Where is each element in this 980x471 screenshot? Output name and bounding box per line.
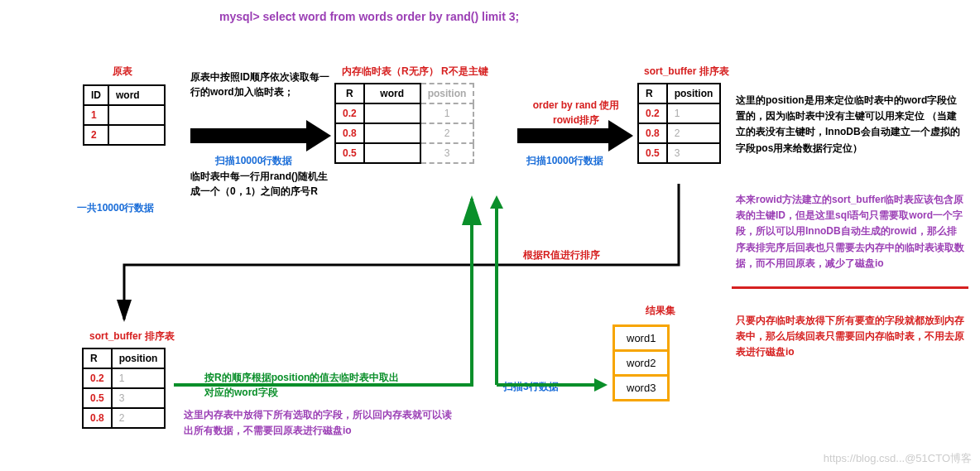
col-word: word: [108, 85, 165, 105]
original-table: IDword 1 2: [83, 84, 166, 146]
col-r: R: [638, 84, 667, 103]
col-position: position: [420, 84, 474, 103]
cell: 1: [112, 368, 166, 388]
cell: 0.2: [83, 368, 112, 388]
svg-rect-0: [190, 128, 306, 143]
cell: 0.5: [638, 143, 667, 163]
cell: 1: [667, 103, 721, 123]
cell: 0.8: [335, 123, 364, 143]
col-word: word: [364, 84, 420, 103]
cell: 3: [112, 388, 166, 408]
svg-marker-1: [306, 120, 331, 151]
cell: [364, 143, 420, 163]
note1: 这里的position是用来定位临时表中的word字段位置的，因为临时表中没有主…: [736, 93, 966, 156]
cell: 2: [420, 123, 474, 143]
step2-desc: order by rand 使用rowid排序: [526, 98, 626, 127]
cell: 2: [667, 123, 721, 143]
result-row: word2: [612, 349, 670, 377]
note2: 本来rowid方法建立的sort_buffer临时表应该包含原表的主键ID，但是…: [736, 192, 966, 272]
step1-rand: 临时表中每一行用rand()随机生成一个（0，1）之间的序号R: [190, 169, 331, 199]
step3-scan: 扫描3行数据: [503, 380, 559, 394]
result-row: word3: [612, 374, 670, 401]
col-position: position: [667, 84, 721, 103]
col-position: position: [112, 348, 166, 368]
cell: 3: [667, 143, 721, 163]
result-title: 结果集: [646, 304, 675, 318]
step2-scan: 扫描10000行数据: [526, 154, 603, 168]
cell: 0.2: [638, 103, 667, 123]
result-row: word1: [612, 324, 670, 352]
step1-desc: 原表中按照ID顺序依次读取每一行的word加入临时表；: [190, 70, 331, 99]
sortbuf2-table: Rposition 0.21 0.53 0.82: [82, 348, 166, 429]
sortbuf1-table: Rposition 0.21 0.82 0.53: [637, 83, 721, 164]
cell: 0.5: [83, 388, 112, 408]
step2-sortnote: 根据R值进行排序: [523, 248, 600, 262]
cell: 2: [112, 408, 166, 428]
cell: [364, 123, 420, 143]
cell: 3: [420, 143, 474, 163]
cell: 0.8: [83, 408, 112, 428]
original-table-caption: 一共10000行数据: [77, 201, 154, 215]
note2-underline: [732, 286, 968, 289]
note3: 只要内存临时表放得下所有要查的字段就都放到内存表中，那么后续回表只需要回内存临时…: [736, 313, 966, 361]
cell: 0.2: [335, 103, 364, 123]
watermark: https://blog.csd...@51CTO博客: [824, 451, 972, 466]
cell: 2: [84, 125, 108, 145]
cell: [108, 105, 165, 125]
step1-scan: 扫描10000行数据: [215, 154, 292, 168]
cell: 1: [84, 105, 108, 125]
result-set: word1 word2 word3: [612, 324, 670, 399]
svg-rect-2: [517, 128, 608, 143]
sql-statement: mysql> select word from words order by r…: [219, 10, 519, 23]
cell: [108, 125, 165, 145]
cell: 0.8: [638, 123, 667, 143]
temp-table-title: 内存临时表（R无序） R不是主键: [342, 65, 488, 79]
step3-desc: 按R的顺序根据position的值去临时表中取出对应的word字段: [204, 370, 403, 400]
step3-note: 这里内存表中放得下所有选取的字段，所以回内存表就可以读出所有数据，不需要回原表进…: [184, 407, 457, 439]
original-table-title: 原表: [113, 65, 132, 79]
col-r: R: [83, 348, 112, 368]
svg-marker-5: [594, 378, 608, 392]
col-r: R: [335, 84, 364, 103]
temp-table: R word position 0.21 0.82 0.53: [334, 83, 474, 164]
cell: 1: [420, 103, 474, 123]
col-id: ID: [84, 85, 108, 105]
sortbuf2-title: sort_buffer 排序表: [89, 329, 175, 344]
cell: [364, 103, 420, 123]
svg-marker-4: [490, 195, 503, 209]
cell: 0.5: [335, 143, 364, 163]
sortbuf1-title: sort_buffer 排序表: [644, 65, 729, 79]
